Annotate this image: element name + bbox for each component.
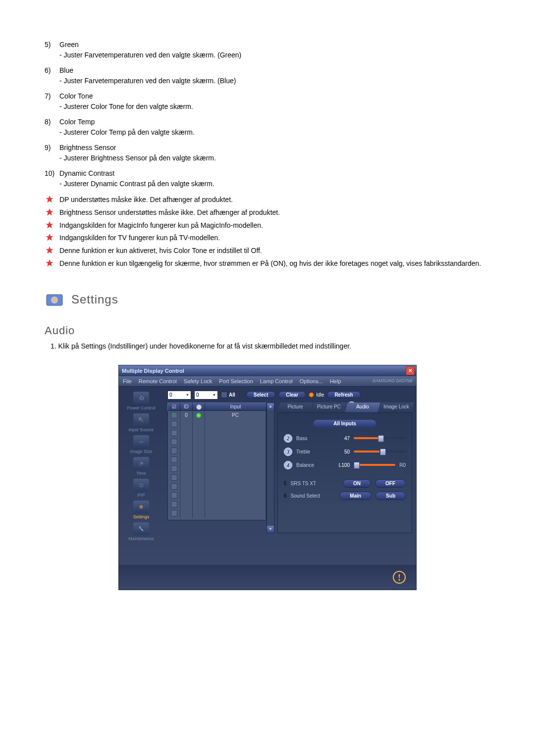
menu-options[interactable]: Options...	[300, 378, 323, 384]
list-item: 8)Color Temp - Justerer Color Temp på de…	[45, 117, 490, 138]
refresh-button[interactable]: Refresh	[327, 391, 360, 399]
sidebar-item-label: Power Control	[127, 405, 155, 410]
sidebar-item-label: Settings	[133, 514, 150, 519]
close-icon[interactable]: ✕	[406, 366, 415, 375]
chevron-down-icon: ▼	[186, 393, 189, 397]
sidebar-item-time[interactable]: ◔Time	[133, 457, 149, 476]
panel-body: All Inputs 2 Bass 47 3 Treble 50	[277, 412, 412, 533]
tab-image-lock[interactable]: Image Lock	[378, 403, 414, 412]
callout-3: 3	[284, 448, 292, 456]
table-row	[168, 491, 266, 500]
sidebar: ⏻Power Control 🔌Input Source ▭Image Size…	[119, 387, 163, 565]
sidebar-item-settings[interactable]: ⚙Settings	[133, 501, 150, 519]
sidebar-item-input[interactable]: 🔌Input Source	[128, 413, 154, 432]
sidebar-item-image-size[interactable]: ▭Image Size	[130, 435, 152, 454]
menu-safety[interactable]: Safety Lock	[184, 378, 212, 384]
sidebar-item-power[interactable]: ⏻Power Control	[127, 392, 155, 410]
sidebar-item-pip[interactable]: ◫PIP	[133, 479, 149, 498]
item-desc: - Justerer Brightness Sensor på den valg…	[59, 153, 490, 163]
table-row	[168, 447, 266, 455]
table-body: 0 PC	[167, 411, 267, 520]
balance-row: 4 Balance L100 R0	[284, 461, 406, 469]
checkbox-icon	[171, 465, 177, 472]
gear-icon: ⚙	[133, 501, 149, 513]
tab-audio[interactable]: Audio	[345, 403, 380, 412]
note-item: DP understøttes måske ikke. Det afhænger…	[45, 194, 490, 206]
bass-slider[interactable]	[354, 437, 406, 439]
checkbox-icon	[171, 421, 177, 427]
note-text: Brightness Sensor understøttes måske ikk…	[59, 208, 280, 216]
table-row	[168, 455, 266, 464]
item-desc: - Justerer Color Temp på den valgte skær…	[59, 127, 490, 138]
all-inputs-button[interactable]: All Inputs	[314, 420, 376, 427]
table-row[interactable]: 0 PC	[168, 411, 266, 420]
row-check[interactable]	[168, 411, 180, 420]
item-number: 5)	[45, 40, 59, 50]
sidebar-item-maintenance[interactable]: 🔧Maintenance	[128, 522, 154, 541]
col-status-icon: ⬤	[193, 403, 205, 411]
status-led-icon	[309, 392, 314, 398]
toolbar: 0▼ 0▼ All Select Clear Idle Refresh	[167, 391, 412, 400]
item-title: Blue	[59, 65, 73, 76]
scrollbar[interactable]: ▲ ▼	[267, 403, 274, 533]
bass-value: 47	[335, 436, 350, 441]
note-item: Indgangskilden for MagicInfo fungerer ku…	[45, 220, 490, 232]
settings-icon	[45, 290, 64, 309]
callout-5: 5	[284, 481, 287, 486]
list-item: 7)Color Tone - Justerer Color Tone for d…	[45, 91, 490, 112]
all-checkbox[interactable]: All	[221, 392, 235, 398]
sidebar-item-label: Image Size	[130, 449, 152, 454]
tab-picture-pc[interactable]: Picture PC	[311, 403, 347, 412]
scroll-track[interactable]	[267, 410, 274, 526]
item-title: Brightness Sensor	[59, 143, 116, 153]
note-item: Indgangskilden for TV fungerer kun på TV…	[45, 232, 490, 244]
select-button[interactable]: Select	[246, 391, 275, 399]
clear-button[interactable]: Clear	[278, 391, 306, 399]
slider-thumb[interactable]	[380, 449, 386, 455]
dropdown-to[interactable]: 0▼	[194, 391, 218, 400]
titlebar: Multiple Display Control ✕	[119, 365, 416, 376]
menu-lamp[interactable]: Lamp Control	[260, 378, 293, 384]
svg-marker-4	[46, 247, 54, 254]
col-input: Input	[205, 403, 267, 411]
note-text: Indgangskilden for MagicInfo fungerer ku…	[59, 221, 263, 229]
item-number: 8)	[45, 117, 59, 127]
item-number: 9)	[45, 143, 59, 153]
sidebar-item-label: PIP	[138, 493, 145, 498]
table-row	[168, 500, 266, 509]
slider-thumb[interactable]	[354, 462, 360, 469]
image-size-icon: ▭	[133, 435, 149, 448]
menu-help[interactable]: Help	[330, 378, 341, 384]
settings-panel: Picture Picture PC Audio Image Lock 1 Al…	[277, 403, 412, 533]
info-icon[interactable]: !	[392, 570, 406, 584]
item-desc: - Juster Farvetemperaturen ved den valgt…	[59, 76, 490, 86]
item-number: 6)	[45, 65, 59, 76]
menu-remote[interactable]: Remote Control	[139, 378, 177, 384]
treble-slider[interactable]	[354, 451, 406, 453]
balance-slider[interactable]	[354, 464, 395, 466]
list-item: 6)Blue - Juster Farvetemperaturen ved de…	[45, 65, 490, 86]
checkbox-icon	[171, 492, 177, 499]
sound-main-button[interactable]: Main	[339, 492, 372, 500]
tab-picture[interactable]: Picture	[277, 403, 313, 412]
wrench-icon: 🔧	[133, 522, 149, 535]
callout-4: 4	[284, 461, 292, 469]
checkbox-icon	[171, 501, 177, 507]
scroll-up-icon[interactable]: ▲	[267, 403, 274, 410]
slider-thumb[interactable]	[378, 435, 384, 442]
sound-sub-button[interactable]: Sub	[375, 492, 406, 500]
menu-port[interactable]: Port Selection	[219, 378, 253, 384]
note-item: Denne funktion er kun aktiveret, hvis Co…	[45, 245, 490, 257]
dropdown-from[interactable]: 0▼	[167, 391, 191, 400]
audio-step-text: 1. Klik på Settings (Indstillinger) unde…	[51, 342, 490, 350]
menu-file[interactable]: File	[123, 378, 132, 384]
star-icon	[46, 208, 54, 216]
list-item: 5)Green - Juster Farvetemperaturen ved d…	[45, 40, 490, 60]
chevron-down-icon: ▼	[213, 393, 216, 397]
srs-on-button[interactable]: ON	[343, 479, 371, 488]
row-input: PC	[205, 411, 266, 420]
scroll-down-icon[interactable]: ▼	[267, 526, 274, 533]
table-row	[168, 429, 266, 438]
note-text: Denne funktion er kun tilgængelig for sk…	[59, 259, 481, 267]
srs-off-button[interactable]: OFF	[375, 479, 406, 488]
